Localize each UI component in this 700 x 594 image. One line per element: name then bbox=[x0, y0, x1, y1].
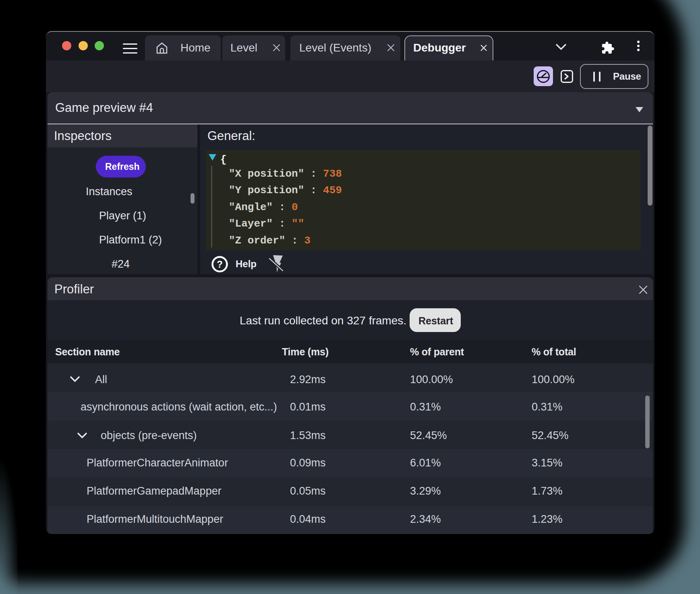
svg-text:?: ? bbox=[217, 259, 223, 270]
